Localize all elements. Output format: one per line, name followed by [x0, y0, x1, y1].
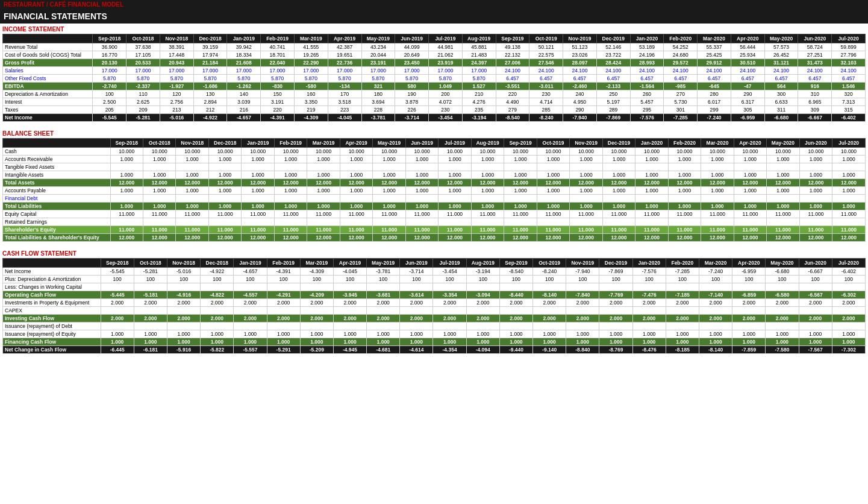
- cell-9-13: -8.240: [529, 114, 563, 122]
- col-header-19: Apr-2020: [732, 259, 766, 268]
- cell-1-8: 1.000: [373, 156, 405, 163]
- cell-2-8: [367, 283, 400, 291]
- col-header-9: Jun-2019: [395, 34, 429, 43]
- cell-9-1: [143, 218, 176, 226]
- cell-8-5: 11.000: [274, 210, 307, 218]
- cell-4-22: 12.000: [832, 179, 866, 187]
- cell-1-22: 1.000: [832, 156, 866, 163]
- cell-3-1: 17.000: [126, 67, 160, 75]
- cell-6-19: 2.000: [732, 315, 766, 323]
- cell-0-17: 10.000: [668, 148, 701, 156]
- row-label: Less: Changes in Working Capital: [3, 283, 101, 291]
- cell-7-19: 1.000: [734, 203, 766, 210]
- col-header-14: Nov-2019: [563, 34, 597, 43]
- cell-4-1: 12.000: [143, 179, 176, 187]
- cell-5-5: [267, 307, 300, 315]
- cell-9-6: -4.309: [294, 114, 328, 122]
- cell-3-16: -7.476: [632, 291, 666, 299]
- cell-0-4: -4.657: [234, 268, 267, 276]
- cell-5-7: 1.000: [340, 187, 372, 195]
- cell-7-5: 3.191: [261, 98, 295, 106]
- cell-0-22: -6.402: [832, 268, 865, 276]
- cell-11-17: 12.000: [668, 234, 701, 242]
- cell-5-6: 1.000: [307, 187, 340, 195]
- row-label: Total Liabilities: [3, 203, 111, 210]
- row-label: Total Assets: [3, 179, 111, 187]
- cell-8-2: 213: [160, 106, 193, 114]
- cell-3-13: 24.100: [529, 67, 563, 75]
- cell-0-7: 10.000: [340, 148, 372, 156]
- cell-11-19: 12.000: [734, 234, 766, 242]
- cell-0-20: 10.000: [767, 148, 799, 156]
- cell-4-20: 2.000: [766, 299, 799, 307]
- row-label: Net Income: [3, 114, 93, 122]
- cell-6-17: [668, 195, 701, 203]
- cell-3-0: -5.445: [101, 291, 134, 299]
- cell-8-21: 11.000: [799, 210, 832, 218]
- cell-9-22: -6.402: [832, 114, 866, 122]
- cell-4-22: 2.000: [832, 299, 865, 307]
- cell-9-14: [570, 218, 602, 226]
- cell-3-10: -3.354: [433, 291, 466, 299]
- cell-1-0: 16.770: [93, 51, 126, 59]
- cell-3-5: -4.291: [267, 291, 300, 299]
- cell-7-10: 1.000: [439, 203, 471, 210]
- cell-0-12: 49.138: [496, 43, 529, 51]
- cell-6-11: 2.000: [466, 315, 499, 323]
- col-header-7: Apr-2019: [328, 34, 361, 43]
- cell-2-12: [504, 163, 537, 171]
- cell-3-19: 1.000: [734, 171, 766, 179]
- cell-0-0: 36.900: [93, 43, 126, 51]
- cell-6-13: 2.000: [533, 315, 566, 323]
- cell-0-12: -8.540: [499, 268, 532, 276]
- cell-2-16: 28.993: [630, 59, 664, 67]
- cell-9-3: [208, 218, 241, 226]
- cell-5-16: [632, 307, 666, 315]
- cell-1-3: 100: [201, 276, 234, 283]
- table-row: Salaries17.00017.00017.00017.00017.00017…: [3, 67, 866, 75]
- row-label: Financial Debt: [3, 195, 111, 203]
- cell-2-2: [167, 283, 200, 291]
- cell-11-21: 12.000: [799, 234, 832, 242]
- col-header-0: Sep-2018: [110, 139, 143, 148]
- table-row: Intangible Assets1.0001.0001.0001.0001.0…: [3, 171, 866, 179]
- cell-5-3: 1.000: [208, 187, 241, 195]
- cell-7-0: 2.500: [93, 98, 126, 106]
- cell-9-3: -4.922: [193, 114, 227, 122]
- col-header-0: Sep-2018: [101, 259, 134, 268]
- cell-0-0: 10.000: [110, 148, 143, 156]
- row-label: Shareholder's Equity: [3, 226, 111, 234]
- cell-7-3: 2.894: [193, 98, 227, 106]
- row-label: Net Income: [3, 268, 101, 276]
- cell-2-18: 29.912: [698, 59, 731, 67]
- cell-0-4: 39.942: [227, 43, 261, 51]
- table-row: Investments in Property & Equipment2.000…: [3, 299, 866, 307]
- row-label: Accounts Payable: [3, 187, 111, 195]
- cell-2-17: [668, 163, 701, 171]
- cell-3-14: 24.100: [563, 67, 597, 75]
- cell-0-7: 42.387: [328, 43, 361, 51]
- cell-9-19: [734, 218, 766, 226]
- cell-4-6: 12.000: [307, 179, 340, 187]
- cell-4-12: 2.000: [499, 299, 532, 307]
- cell-2-17: [666, 283, 699, 291]
- cell-5-0: -2.740: [93, 83, 126, 90]
- cell-9-4: -4.657: [227, 114, 261, 122]
- cell-8-19: 1.000: [732, 330, 766, 338]
- cell-10-8: 11.000: [373, 226, 405, 234]
- row-label: Other Fixed Costs: [3, 75, 93, 83]
- cell-9-5: -4.391: [261, 114, 295, 122]
- cell-5-19: [732, 307, 766, 315]
- cell-5-4: 1.000: [242, 187, 274, 195]
- cell-8-9: 1.000: [400, 330, 433, 338]
- cell-5-1: [134, 307, 167, 315]
- cell-5-1: -2.337: [126, 83, 160, 90]
- cell-5-11: 1.527: [462, 83, 496, 90]
- cell-3-21: 24.100: [798, 67, 832, 75]
- cell-4-14: 2.000: [566, 299, 599, 307]
- cell-6-18: 2.000: [699, 315, 732, 323]
- cell-6-21: 2.000: [799, 315, 832, 323]
- cell-6-1: 110: [126, 90, 160, 98]
- cell-2-2: 20.943: [160, 59, 193, 67]
- cell-7-18: [699, 323, 732, 330]
